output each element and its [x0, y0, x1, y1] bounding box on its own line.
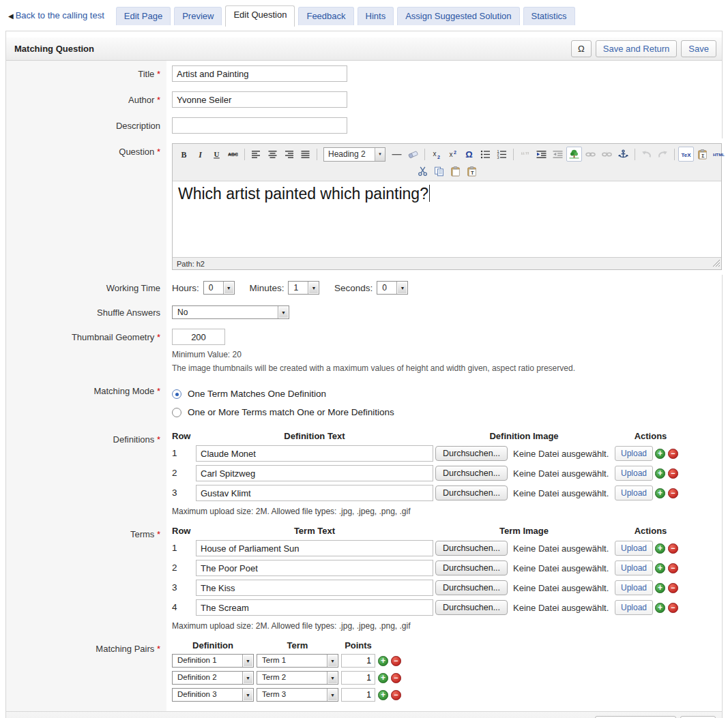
term-text-input[interactable] [196, 599, 433, 616]
pair-points-input[interactable] [341, 654, 375, 668]
pair-term-select[interactable]: Term 1▼ [257, 654, 338, 668]
add-row-icon[interactable] [655, 583, 665, 593]
tab-statistics[interactable]: Statistics [523, 7, 575, 25]
image-icon[interactable] [566, 147, 582, 162]
pair-term-select[interactable]: Term 3▼ [257, 688, 338, 702]
pair-definition-select[interactable]: Definition 3▼ [172, 688, 254, 702]
upload-button[interactable]: Upload [615, 466, 653, 481]
browse-button[interactable]: Durchsuchen... [435, 446, 508, 461]
paste-latex-icon[interactable]: Σ [695, 147, 710, 162]
editor-content-area[interactable]: Which artist painted which painting? [173, 181, 721, 257]
anchor-icon[interactable] [615, 147, 631, 162]
browse-button[interactable]: Durchsuchen... [435, 580, 508, 595]
paste-text-icon[interactable]: T [464, 164, 480, 179]
align-justify-icon[interactable] [297, 147, 313, 162]
charmap-button[interactable]: Ω [571, 40, 592, 57]
underline-icon[interactable]: U [209, 147, 224, 162]
bullet-list-icon[interactable] [478, 147, 493, 162]
align-right-icon[interactable] [281, 147, 297, 162]
cut-icon[interactable] [415, 164, 431, 179]
pair-term-select[interactable]: Term 2▼ [257, 671, 338, 685]
browse-button[interactable]: Durchsuchen... [435, 560, 508, 575]
remove-row-icon[interactable] [391, 656, 401, 666]
remove-row-icon[interactable] [668, 449, 678, 459]
remove-row-icon[interactable] [668, 543, 678, 554]
tab-feedback[interactable]: Feedback [298, 7, 353, 25]
minutes-select[interactable]: 1▼ [288, 281, 319, 295]
html-icon[interactable]: HTML [711, 147, 727, 162]
add-row-icon[interactable] [378, 656, 388, 666]
browse-button[interactable]: Durchsuchen... [435, 466, 508, 481]
indent-icon[interactable] [534, 147, 549, 162]
matching-mode-option[interactable]: One or More Terms match One or More Defi… [172, 403, 714, 421]
remove-row-icon[interactable] [668, 583, 678, 593]
numbered-list-icon[interactable]: 123 [494, 147, 510, 162]
remove-row-icon[interactable] [668, 563, 678, 573]
description-input[interactable] [172, 117, 347, 134]
tab-preview[interactable]: Preview [174, 7, 222, 25]
align-center-icon[interactable] [265, 147, 280, 162]
remove-row-icon[interactable] [391, 673, 401, 683]
paste-icon[interactable] [448, 164, 463, 179]
pair-points-input[interactable] [341, 688, 375, 702]
charmap-icon[interactable]: Ω [461, 147, 477, 162]
term-text-input[interactable] [196, 580, 433, 596]
title-input[interactable] [172, 65, 347, 82]
upload-button[interactable]: Upload [615, 541, 653, 556]
format-select[interactable]: Heading 2▼ [323, 147, 385, 162]
term-text-input[interactable] [196, 560, 433, 576]
definition-text-input[interactable] [196, 445, 433, 462]
thumbnail-geometry-input[interactable] [172, 329, 225, 345]
tab-hints[interactable]: Hints [358, 7, 394, 25]
remove-row-icon[interactable] [391, 690, 401, 700]
subscript-icon[interactable]: x2 [428, 147, 444, 162]
tab-edit-page[interactable]: Edit Page [116, 7, 171, 25]
browse-button[interactable]: Durchsuchen... [435, 541, 508, 556]
add-row-icon[interactable] [655, 563, 665, 573]
definition-text-input[interactable] [196, 465, 433, 481]
copy-icon[interactable] [431, 164, 447, 179]
add-row-icon[interactable] [655, 543, 665, 554]
pair-definition-select[interactable]: Definition 1▼ [172, 654, 254, 668]
radio-icon[interactable] [172, 389, 181, 399]
upload-button[interactable]: Upload [615, 446, 653, 461]
add-row-icon[interactable] [655, 603, 665, 613]
seconds-select[interactable]: 0▼ [377, 281, 408, 295]
add-row-icon[interactable] [655, 449, 665, 459]
term-text-input[interactable] [196, 540, 433, 556]
superscript-icon[interactable]: x2 [445, 147, 461, 162]
tab-assign-suggested-solution[interactable]: Assign Suggested Solution [397, 7, 519, 25]
definition-text-input[interactable] [196, 485, 433, 501]
add-row-icon[interactable] [378, 673, 388, 683]
strikethrough-icon[interactable]: ABC [225, 147, 241, 162]
bold-icon[interactable]: B [176, 147, 192, 162]
back-to-test-link[interactable]: ◀Back to the calling test [7, 7, 110, 25]
shuffle-answers-select[interactable]: No▼ [172, 305, 289, 319]
radio-icon[interactable] [172, 408, 181, 417]
upload-button[interactable]: Upload [615, 485, 653, 500]
add-row-icon[interactable] [378, 690, 388, 700]
horizontal-rule-icon[interactable] [389, 147, 405, 162]
remove-format-icon[interactable] [405, 147, 421, 162]
remove-row-icon[interactable] [668, 468, 678, 479]
browse-button[interactable]: Durchsuchen... [435, 485, 508, 500]
tab-edit-question[interactable]: Edit Question [225, 5, 295, 27]
resize-grip-icon[interactable] [711, 258, 720, 268]
align-left-icon[interactable] [248, 147, 264, 162]
remove-row-icon[interactable] [668, 488, 678, 498]
pair-points-input[interactable] [341, 671, 375, 685]
add-row-icon[interactable] [655, 468, 665, 479]
author-input[interactable] [172, 91, 347, 108]
upload-button[interactable]: Upload [615, 580, 653, 595]
hours-select[interactable]: 0▼ [203, 281, 235, 295]
tex-icon[interactable]: TeX [678, 147, 694, 162]
upload-button[interactable]: Upload [615, 600, 653, 615]
save-and-return-button-top[interactable]: Save and Return [596, 40, 678, 57]
remove-row-icon[interactable] [668, 603, 678, 613]
pair-definition-select[interactable]: Definition 2▼ [172, 671, 254, 685]
add-row-icon[interactable] [655, 488, 665, 498]
browse-button[interactable]: Durchsuchen... [435, 600, 508, 615]
italic-icon[interactable]: I [192, 147, 208, 162]
save-button-top[interactable]: Save [681, 40, 716, 57]
matching-mode-option[interactable]: One Term Matches One Definition [172, 385, 714, 403]
